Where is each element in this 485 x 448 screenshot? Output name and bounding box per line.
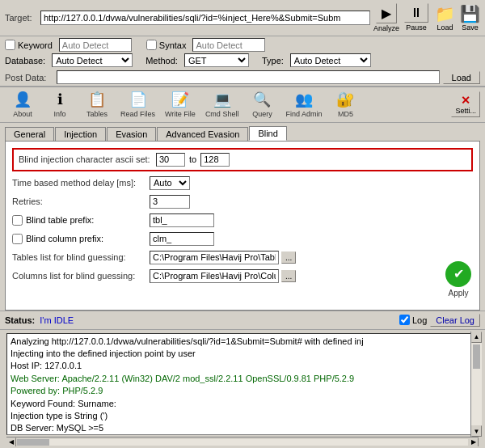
settings-icon-item[interactable]: ✕ Setti... xyxy=(451,91,480,117)
log-horizontal-scrollbar[interactable]: ◀ ▶ xyxy=(6,437,479,446)
tab-advanced-evasion[interactable]: Advanced Evasion xyxy=(157,127,248,141)
info-label: Info xyxy=(53,110,65,118)
tab-evasion[interactable]: Evasion xyxy=(107,127,156,141)
tables-browse-button[interactable]: ... xyxy=(281,251,296,264)
cmd-shell-icon-item[interactable]: 💻 Cmd Shell xyxy=(201,90,243,120)
time-delay-row: Time based method delay [ms]: Auto 100 2… xyxy=(12,176,473,190)
md5-label: MD5 xyxy=(338,110,353,118)
find-admin-label: Find Admin xyxy=(285,110,322,118)
columns-list-input[interactable] xyxy=(150,269,279,283)
target-label: Target: xyxy=(5,13,37,23)
scroll-track xyxy=(471,343,482,425)
syntax-label: Syntax xyxy=(159,40,187,50)
log-text: Analyzing http://127.0.0.1/dvwa/vulnerab… xyxy=(11,336,474,435)
tables-label: Tables xyxy=(86,110,108,118)
table-prefix-input[interactable] xyxy=(150,213,214,227)
tables-icon: 📋 xyxy=(88,91,106,109)
scroll-up-button[interactable]: ▲ xyxy=(471,332,482,343)
hscroll-left-button[interactable]: ◀ xyxy=(6,437,16,447)
method-select[interactable]: GET POST xyxy=(184,53,249,67)
retries-label: Retries: xyxy=(12,197,150,206)
tab-injection[interactable]: Injection xyxy=(55,127,106,141)
log-line-0: Analyzing http://127.0.0.1/dvwa/vulnerab… xyxy=(11,336,474,348)
clear-log-button[interactable]: Clear Log xyxy=(430,314,480,327)
log-area: Analyzing http://127.0.0.1/dvwa/vulnerab… xyxy=(6,333,479,435)
ascii-from-input[interactable] xyxy=(156,153,185,167)
query-icon: 🔍 xyxy=(253,91,271,109)
save-icon-label: Save xyxy=(462,23,479,32)
syntax-checkbox[interactable] xyxy=(146,40,157,50)
log-label: Log xyxy=(412,315,427,325)
url-input[interactable] xyxy=(40,11,370,25)
write-file-icon-item[interactable]: 📝 Write File xyxy=(161,90,200,120)
pause-button[interactable]: ⏸ xyxy=(404,3,428,23)
read-files-icon: 📄 xyxy=(129,91,147,109)
apply-circle-icon: ✔ xyxy=(445,261,471,287)
cmd-shell-icon: 💻 xyxy=(213,91,231,109)
ascii-set-row: Blind injection character ascii set: to xyxy=(12,148,473,171)
log-line-2: Host IP: 127.0.0.1 xyxy=(11,360,474,372)
tab-content-blind: Blind injection character ascii set: to … xyxy=(5,141,480,311)
method-label: Method: xyxy=(146,56,178,66)
column-prefix-input[interactable] xyxy=(150,232,214,246)
post-data-input[interactable] xyxy=(57,70,440,84)
post-data-label: Post Data: xyxy=(5,73,53,82)
database-label: Database: xyxy=(5,56,45,66)
about-icon-item[interactable]: 👤 About xyxy=(5,90,40,120)
cmd-shell-label: Cmd Shell xyxy=(205,110,239,118)
columns-list-label: Columns list for blind guessing: xyxy=(12,271,150,281)
scroll-thumb[interactable] xyxy=(473,344,480,369)
keyword-checkbox[interactable] xyxy=(5,40,15,50)
settings-close-icon: ✕ xyxy=(461,94,470,107)
log-line-7: DB Server: MySQL >=5 xyxy=(11,422,474,434)
hscroll-track xyxy=(17,439,468,446)
tab-general[interactable]: General xyxy=(5,127,54,141)
tables-list-input[interactable] xyxy=(150,251,279,264)
read-files-label: Read Files xyxy=(120,110,155,118)
hscroll-right-button[interactable]: ▶ xyxy=(469,437,479,447)
keyword-input[interactable] xyxy=(59,38,132,52)
tables-list-row: Tables list for blind guessing: ... xyxy=(12,251,473,264)
query-icon-item[interactable]: 🔍 Query xyxy=(244,90,280,120)
to-label: to xyxy=(189,154,196,164)
type-select[interactable]: Auto Detect xyxy=(290,53,371,67)
ascii-set-label: Blind injection character ascii set: xyxy=(19,154,156,164)
log-vertical-scrollbar[interactable]: ▲ ▼ xyxy=(470,332,482,437)
tab-blind[interactable]: Blind xyxy=(249,126,286,141)
status-value: I'm IDLE xyxy=(40,315,74,325)
load-button[interactable]: Load xyxy=(443,71,480,84)
table-prefix-label: Blind table prefix: xyxy=(26,215,94,225)
time-delay-select[interactable]: Auto 100 200 500 xyxy=(150,176,190,190)
about-label: About xyxy=(13,110,32,118)
load-icon-label: Load xyxy=(436,23,453,32)
md5-icon-item[interactable]: 🔐 MD5 xyxy=(327,90,363,120)
status-label: Status: xyxy=(5,315,35,325)
find-admin-icon-item[interactable]: 👥 Find Admin xyxy=(281,90,326,120)
analyze-button[interactable]: ▶ xyxy=(376,3,397,23)
scroll-down-button[interactable]: ▼ xyxy=(471,425,482,437)
info-icon-item[interactable]: ℹ Info xyxy=(42,90,78,120)
ascii-to-input[interactable] xyxy=(200,153,230,167)
apply-button[interactable]: ✔ Apply xyxy=(445,261,471,298)
log-line-5: Keyword Found: Surname: xyxy=(11,398,474,410)
column-prefix-checkbox[interactable] xyxy=(12,234,23,244)
retries-input[interactable] xyxy=(150,195,190,209)
log-line-6: Injection type is String (') xyxy=(11,410,474,422)
table-prefix-row: Blind table prefix: xyxy=(12,213,473,227)
pause-label: Pause xyxy=(406,23,427,32)
database-select[interactable]: Auto Detect xyxy=(52,53,133,67)
keyword-label: Keyword xyxy=(18,40,53,50)
read-files-icon-item[interactable]: 📄 Read Files xyxy=(116,90,159,120)
column-prefix-row: Blind column prefix: xyxy=(12,232,473,246)
table-prefix-checkbox[interactable] xyxy=(12,215,23,226)
find-admin-icon: 👥 xyxy=(295,91,313,109)
log-checkbox[interactable] xyxy=(399,315,410,325)
columns-browse-button[interactable]: ... xyxy=(281,270,296,282)
md5-icon: 🔐 xyxy=(336,91,354,109)
hscroll-thumb[interactable] xyxy=(17,439,49,446)
log-area-container: Analyzing http://127.0.0.1/dvwa/vulnerab… xyxy=(3,332,482,437)
tables-icon-item[interactable]: 📋 Tables xyxy=(79,90,115,120)
log-line-4: Powered by: PHP/5.2.9 xyxy=(11,385,474,397)
columns-list-row: Columns list for blind guessing: ... xyxy=(12,269,473,283)
syntax-input[interactable] xyxy=(192,38,265,52)
